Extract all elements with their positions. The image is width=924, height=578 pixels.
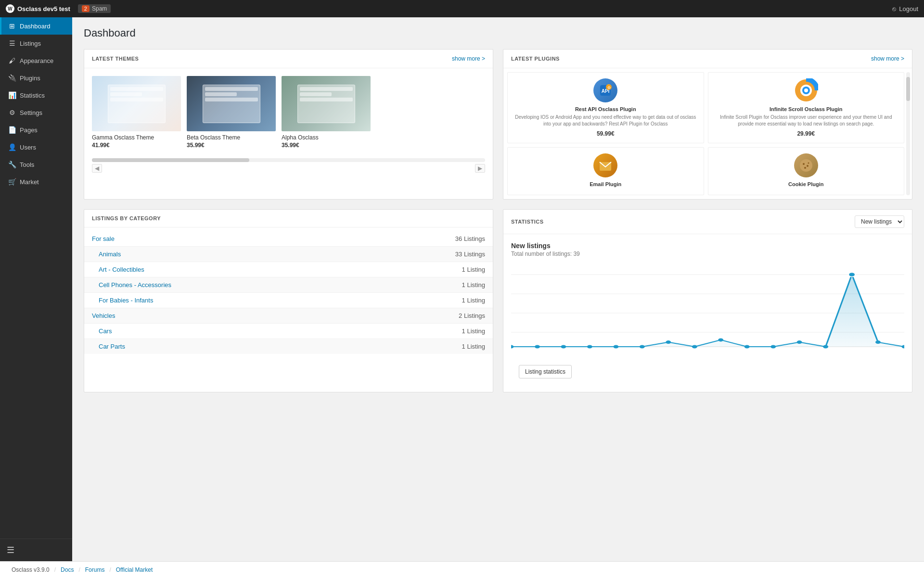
category-link[interactable]: Animals [99,251,121,258]
listings-card: LISTINGS BY CATEGORY For sale36 Listings… [84,209,493,392]
sidebar-item-dashboard[interactable]: ⊞ Dashboard [0,17,72,35]
main-content: Dashboard LATEST THEMES show more > [72,17,924,561]
chart-dot-5 [640,345,645,349]
sidebar-item-settings[interactable]: ⚙ Settings [0,104,72,121]
dashboard-icon: ⊞ [8,22,16,30]
category-link[interactable]: Cell Phones - Accessories [99,281,171,289]
category-count: 1 Listing [360,324,493,339]
theme-name-beta: Beta Osclass Theme [187,134,276,141]
footer-link-docs[interactable]: Docs [61,566,74,573]
themes-scroll-right[interactable]: ▶ [475,164,485,173]
plugin-item-restapi[interactable]: API ⚙ Rest API Osclass Plugin Developing… [507,72,704,143]
chart-dot-11 [797,340,802,344]
topbar-left: W Osclass dev5 test 2 Spam [6,4,111,13]
plugin-item-cookie[interactable]: Cookie Plugin [708,147,905,195]
category-link[interactable]: Cars [99,327,112,335]
plugins-body: API ⚙ Rest API Osclass Plugin Developing… [503,68,912,199]
sidebar-item-market[interactable]: 🛒 Market [0,173,72,190]
logout-button[interactable]: ⎋ Logout [892,5,918,13]
cookie-svg [799,158,813,173]
spam-badge[interactable]: 2 Spam [78,4,111,13]
svg-point-7 [804,88,808,92]
plugins-scrollbar-thumb[interactable] [906,77,910,101]
category-count: 1 Listing [360,262,493,277]
chart-dot-13 [848,273,855,277]
logout-icon: ⎋ [892,5,896,13]
footer-version: Osclass v3.9.0 [12,566,50,573]
plugin-item-infinitescroll[interactable]: Infinite Scroll Osclass Plugin Infinite … [708,72,905,143]
sidebar-label-users: Users [20,144,36,151]
listings-icon: ☰ [8,39,16,47]
themes-card-header: LATEST THEMES show more > [84,50,493,68]
category-link[interactable]: Art - Collectibles [99,266,144,273]
statistics-card: STATISTICS New listings New listings Tot… [503,209,912,392]
category-name: For sale [84,231,360,247]
plugin-name-scroll: Infinite Scroll Osclass Plugin [714,106,898,112]
category-link[interactable]: Vehicles [92,312,115,319]
sidebar-collapse-button[interactable]: ☰ [0,539,72,561]
spam-label: Spam [92,5,107,12]
sidebar-item-users[interactable]: 👤 Users [0,138,72,156]
category-link[interactable]: Car Parts [99,343,125,350]
listings-table: For sale36 ListingsAnimals33 ListingsArt… [84,231,493,354]
plugin-item-email[interactable]: Email Plugin [507,147,704,195]
themes-scroll-thumb[interactable] [92,158,249,162]
page-title: Dashboard [84,27,912,39]
statistics-icon: 📊 [8,91,16,99]
tools-icon: 🔧 [8,161,16,168]
theme-preview-alpha [297,85,355,123]
scroll-svg [794,78,818,102]
sidebar-item-tools[interactable]: 🔧 Tools [0,156,72,173]
plugins-scrollbar-track [906,72,910,195]
theme-item-gamma[interactable]: Gamma Osclass Theme 41.99€ [92,76,181,149]
category-link[interactable]: For Babies - Infants [99,297,153,304]
category-name: Vehicles [84,308,360,324]
chart-subtitle: Total number of listings: 39 [511,251,904,257]
api-svg: API ⚙ [598,83,613,98]
users-icon: 👤 [8,143,16,151]
spam-count: 2 [82,5,90,12]
listing-stats-button[interactable]: Listing statistics [519,365,572,378]
plugins-show-more[interactable]: show more > [871,55,904,62]
sidebar-item-plugins[interactable]: 🔌 Plugins [0,69,72,87]
sidebar-item-listings[interactable]: ☰ Listings [0,35,72,52]
sidebar-label-dashboard: Dashboard [20,23,51,30]
sidebar-label-tools: Tools [20,161,34,168]
themes-show-more[interactable]: show more > [452,55,485,62]
plugin-icon-api: API ⚙ [593,78,617,102]
themes-scroll: Gamma Osclass Theme 41.99€ [84,68,493,156]
listing-stats-btn-wrapper: Listing statistics [503,359,912,392]
themes-scrollbar: ◀ ▶ [84,156,493,178]
chart-fill [511,275,904,347]
category-count: 1 Listing [360,339,493,354]
listing-row: Art - Collectibles1 Listing [84,262,493,277]
listing-row: Animals33 Listings [84,247,493,262]
plugin-icon-scroll [794,78,818,102]
category-link[interactable]: For sale [92,235,115,242]
theme-preview-gamma [108,85,166,123]
footer-link-market[interactable]: Official Market [116,566,153,573]
pages-icon: 📄 [8,126,16,134]
chart-dot-7 [692,345,697,349]
theme-item-alpha[interactable]: Alpha Osclass 35.99€ [282,76,371,149]
sidebar-item-pages[interactable]: 📄 Pages [0,121,72,138]
svg-point-11 [807,165,808,167]
theme-item-beta[interactable]: Beta Osclass Theme 35.99€ [187,76,276,149]
plugin-icon-cookie [794,153,818,177]
themes-track: Gamma Osclass Theme 41.99€ [92,76,485,149]
sidebar-item-statistics[interactable]: 📊 Statistics [0,87,72,104]
footer-link-forums[interactable]: Forums [85,566,105,573]
sidebar-item-appearance[interactable]: 🖌 Appearance [0,52,72,69]
category-name: Cell Phones - Accessories [84,277,360,293]
plugins-icon: 🔌 [8,74,16,82]
chart-dot-1 [535,345,540,349]
theme-thumbnail-alpha [282,76,371,131]
category-name: Cars [84,324,360,339]
themes-scroll-left[interactable]: ◀ [92,164,102,173]
listings-tbody: For sale36 ListingsAnimals33 ListingsArt… [84,231,493,354]
brand-label: Osclass dev5 test [17,5,70,13]
sidebar: ⊞ Dashboard ☰ Listings 🖌 Appearance 🔌 Pl… [0,17,72,561]
statistics-heading: STATISTICS [511,219,544,225]
statistics-dropdown[interactable]: New listings [855,215,904,228]
brand[interactable]: W Osclass dev5 test [6,4,70,13]
